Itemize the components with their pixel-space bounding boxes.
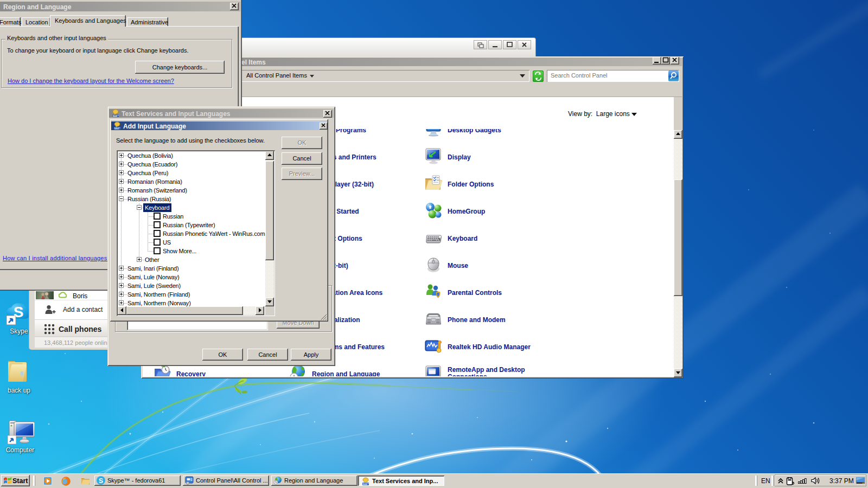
svg-text:S: S bbox=[99, 477, 103, 485]
